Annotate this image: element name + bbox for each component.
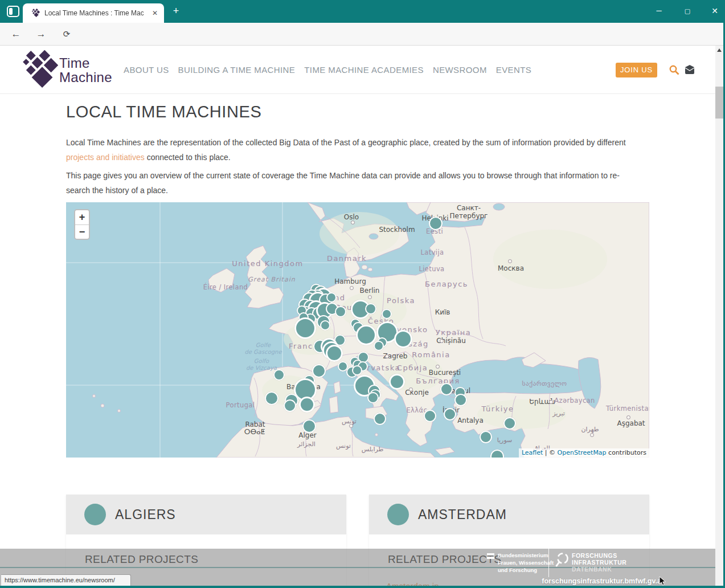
ltm-map-marker[interactable] [454, 394, 467, 406]
ltm-map-marker[interactable] [365, 303, 376, 315]
logo-word-time: Time [59, 56, 112, 70]
ltm-map-marker[interactable] [382, 309, 392, 319]
map-label: طرابلس [362, 446, 384, 453]
map-label: تونس [342, 418, 357, 425]
page-title: LOCAL TIME MACHINES [66, 103, 261, 121]
card-header: ALGIERS [66, 495, 346, 534]
ltm-map-marker[interactable] [335, 306, 346, 317]
ltm-map-marker[interactable] [429, 217, 443, 230]
map-label: سوريا [497, 436, 513, 444]
map-label: Aşgabat [617, 419, 645, 427]
map-label: تونس [336, 442, 351, 450]
map-zoom-out-button[interactable]: − [75, 225, 89, 239]
map-zoom-in-button[interactable]: + [75, 210, 89, 225]
map-label: საქართველო [522, 379, 567, 387]
window-maximize-button[interactable]: ▢ [679, 3, 696, 18]
logo-word-machine: Machine [59, 70, 112, 84]
city-dot-icon [626, 415, 630, 419]
city-dot-icon [409, 387, 413, 391]
ltm-map-marker[interactable] [273, 369, 285, 381]
map-label: Türkmenistan [606, 405, 649, 413]
site-header: Time Machine ABOUT US BUILDING A TIME MA… [0, 46, 716, 94]
ltm-map-marker[interactable] [356, 325, 376, 345]
scrollbar-thumb[interactable] [715, 87, 723, 119]
map-label: Москва [498, 264, 524, 272]
ltm-map-marker[interactable] [299, 397, 315, 413]
ltm-map-marker[interactable] [374, 413, 386, 425]
ltm-map-marker[interactable] [284, 399, 296, 412]
ltm-map-marker[interactable] [503, 417, 516, 430]
ltm-map-marker[interactable] [302, 419, 316, 433]
map-label: Golfo [254, 358, 269, 364]
map-label: ⵔⴱⴰⵟ [244, 428, 265, 436]
link-preview-status-bar: https://www.timemachine.eu/newsroom/ [1, 574, 131, 586]
ltm-map-marker[interactable] [394, 330, 412, 348]
tab-actions-icon[interactable] [7, 6, 19, 17]
time-machine-logo[interactable] [18, 50, 58, 90]
ltm-map[interactable]: OsloStockholmСанкт-ПетербургHelsinkiEest… [66, 202, 649, 458]
refresh-button[interactable]: ⟳ [60, 28, 73, 40]
ltm-map-marker[interactable] [326, 292, 337, 303]
mail-icon[interactable] [684, 65, 695, 74]
map-label: Hamburg [334, 277, 366, 285]
logo-wordmark[interactable]: Time Machine [59, 56, 112, 84]
map-label: Петербург [450, 212, 488, 220]
ltm-map-marker[interactable] [320, 320, 330, 330]
map-label: Danmark [327, 254, 367, 263]
map-label: United Kingdom [232, 259, 303, 268]
city-dot-icon [440, 339, 444, 343]
browser-toolbar: ← → ⟳ https://www.timemachine.eu/ltms/ ☆… [0, 23, 725, 46]
overview-line-2: search the history of a place. [66, 183, 620, 198]
ltm-map-marker[interactable] [326, 345, 343, 362]
page-scrollbar[interactable] [715, 46, 723, 588]
scrollbar-up-arrow[interactable] [717, 48, 722, 52]
map-label: Antalya [457, 416, 484, 424]
page-viewport: Time Machine ABOUT US BUILDING A TIME MA… [0, 46, 716, 588]
ltm-map-marker[interactable] [312, 364, 326, 378]
browser-tab[interactable]: Local Time Machines : Time Mac ✕ [23, 3, 164, 23]
ltm-map-marker[interactable] [440, 383, 453, 395]
intro-line-2-rest: connected to this place. [145, 153, 231, 162]
map-label: Polska [387, 296, 415, 305]
projects-and-initiatives-link[interactable]: projects and initiatives [66, 153, 145, 162]
ltm-map-marker[interactable] [265, 391, 278, 405]
map-label: Great Britain [248, 276, 295, 283]
browser-tab-bar: Local Time Machines : Time Mac ✕ + ─ ▢ ✕ [0, 0, 725, 23]
window-border-bottom [0, 586, 725, 588]
city-marker-icon [84, 504, 106, 525]
nav-building-a-time-machine[interactable]: BUILDING A TIME MACHINE [178, 65, 296, 75]
ltm-map-marker[interactable] [480, 431, 492, 443]
ltm-map-marker[interactable] [352, 365, 362, 375]
nav-time-machine-academies[interactable]: TIME MACHINE ACADEMIES [304, 65, 424, 75]
nav-about-us[interactable]: ABOUT US [124, 65, 169, 75]
ltm-map-marker[interactable] [444, 408, 456, 420]
ltm-map-marker[interactable] [424, 410, 436, 422]
search-icon[interactable] [669, 64, 680, 76]
city-dot-icon [436, 365, 440, 369]
map-label: de Gascogne [244, 349, 281, 355]
ltm-map-marker[interactable] [374, 341, 384, 351]
openstreetmap-link[interactable]: OpenStreetMap [558, 449, 607, 456]
map-label: България [416, 377, 460, 385]
overview-paragraph: This page gives you an overview of the c… [66, 168, 620, 198]
card-header: AMSTERDAM [369, 495, 649, 534]
window-minimize-button[interactable]: ─ [650, 3, 667, 18]
nav-newsroom[interactable]: NEWSROOM [433, 65, 487, 75]
new-tab-button[interactable]: + [171, 6, 181, 17]
ltm-map-marker[interactable] [367, 392, 379, 403]
nav-events[interactable]: EVENTS [496, 65, 531, 75]
join-us-button[interactable]: JOIN US [616, 63, 657, 77]
attribution-contributors: contributors [607, 449, 646, 456]
map-label: Golfe [256, 342, 271, 348]
back-button[interactable]: ← [10, 28, 22, 40]
map-label: Türkiye [481, 405, 514, 413]
leaflet-link[interactable]: Leaflet [522, 449, 543, 456]
ltm-map-marker[interactable] [389, 374, 405, 390]
window-close-button[interactable]: ✕ [706, 3, 723, 18]
ltm-map-marker[interactable] [294, 317, 316, 339]
tab-close-icon[interactable]: ✕ [150, 9, 159, 18]
forward-button[interactable]: → [35, 28, 47, 40]
map-label: تبريز [552, 410, 565, 417]
city-dot-icon [351, 220, 355, 224]
map-label: Беларусь [425, 280, 468, 288]
